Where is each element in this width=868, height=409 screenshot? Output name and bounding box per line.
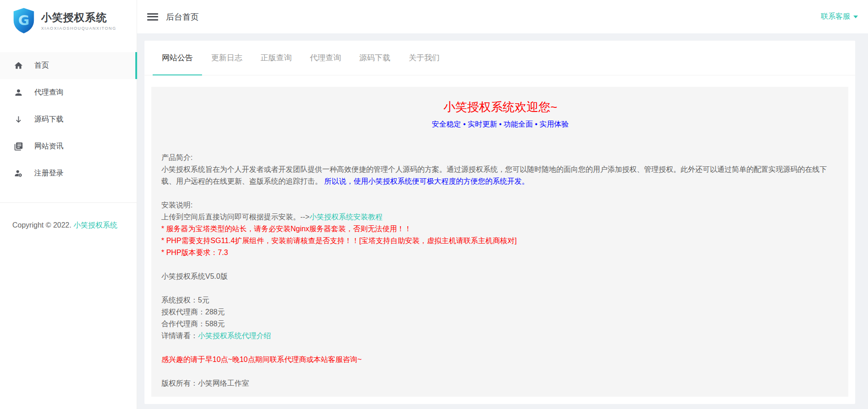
spacer bbox=[161, 282, 839, 294]
announcement-body: 产品简介: 小笑授权系统旨在为个人开发者或者开发团队提供一种高效便捷的管理个人源… bbox=[161, 152, 839, 389]
tab-update-log[interactable]: 更新日志 bbox=[202, 41, 251, 75]
notice-card: 网站公告 更新日志 正版查询 代理查询 源码下载 关于我们 小笑授权系统欢迎您~… bbox=[144, 41, 855, 404]
brand-subtitle: XIAOXIAOSHOUQUANXITONG bbox=[41, 26, 117, 31]
detail-label: 详情请看： bbox=[161, 332, 198, 340]
shield-logo-icon: G bbox=[12, 7, 36, 34]
install-tutorial-link[interactable]: 小笑授权系统安装教程 bbox=[309, 213, 383, 221]
warning-nginx: * 服务器为宝塔类型的站长，请务必安装Nginx服务器套装，否则无法使用！！ bbox=[161, 223, 839, 235]
user-gear-icon bbox=[14, 169, 23, 178]
sidebar-nav: 首页 代理查询 源码下载 网站资讯 bbox=[0, 52, 137, 187]
sidebar: G 小笑授权系统 XIAOXIAOSHOUQUANXITONG 首页 代理查询 bbox=[0, 0, 137, 409]
sidebar-item-register-login[interactable]: 注册登录 bbox=[0, 160, 137, 187]
welcome-tagline: 安全稳定 • 实时更新 • 功能全面 • 实用体验 bbox=[161, 119, 839, 130]
sidebar-item-label: 源码下载 bbox=[34, 115, 64, 124]
spacer bbox=[161, 366, 839, 377]
warning-sg11: * PHP需要支持SG11.4扩展组件，安装前请核查是否支持！！[宝塔支持自助安… bbox=[161, 235, 839, 247]
home-icon bbox=[14, 61, 23, 70]
news-icon bbox=[14, 142, 23, 151]
contact-service-label: 联系客服 bbox=[821, 12, 850, 21]
contact-service-dropdown[interactable]: 联系客服 bbox=[821, 12, 858, 21]
spacer bbox=[161, 187, 839, 199]
install-label: 安装说明: bbox=[161, 199, 839, 211]
install-instruction: 上传到空间后直接访问即可根据提示安装。-->小笑授权系统安装教程 bbox=[161, 211, 839, 223]
sidebar-item-home[interactable]: 首页 bbox=[0, 52, 137, 79]
detail-line: 详情请看：小笑授权系统代理介绍 bbox=[161, 330, 839, 342]
copyright-owner: 版权所有：小笑网络工作室 bbox=[161, 377, 839, 389]
intro-label: 产品简介: bbox=[161, 152, 839, 164]
sidebar-item-source-download[interactable]: 源码下载 bbox=[0, 106, 137, 133]
announcement-panel: 小笑授权系统欢迎您~ 安全稳定 • 实时更新 • 功能全面 • 实用体验 产品简… bbox=[151, 87, 848, 397]
price-partner: 合作代理商：588元 bbox=[161, 318, 839, 330]
intro-highlight: 所以说，使用小笑授权系统便可极大程度的方便您的系统开发。 bbox=[322, 177, 529, 185]
copyright: Copyright © 2022. 小笑授权系统 bbox=[0, 203, 137, 231]
svg-text:G: G bbox=[18, 12, 30, 28]
welcome-title: 小笑授权系统欢迎您~ bbox=[161, 99, 839, 115]
sidebar-item-label: 代理查询 bbox=[34, 88, 64, 97]
copyright-brand-link[interactable]: 小笑授权系统 bbox=[74, 221, 117, 229]
content-area: 网站公告 更新日志 正版查询 代理查询 源码下载 关于我们 小笑授权系统欢迎您~… bbox=[137, 33, 868, 409]
intro-paragraph: 小笑授权系统旨在为个人开发者或者开发团队提供一种高效便捷的管理个人源码的方案。通… bbox=[161, 164, 839, 187]
download-arrow-icon bbox=[14, 115, 23, 124]
caret-down-icon bbox=[853, 16, 858, 18]
spacer bbox=[161, 259, 839, 271]
main-area: 后台首页 联系客服 网站公告 更新日志 正版查询 代理查询 源码下载 关于我们 … bbox=[137, 0, 868, 409]
brand-logo[interactable]: G 小笑授权系统 XIAOXIAOSHOUQUANXITONG bbox=[0, 0, 137, 41]
price-system: 系统授权：5元 bbox=[161, 294, 839, 306]
menu-toggle-icon[interactable] bbox=[147, 13, 158, 21]
tab-source-download[interactable]: 源码下载 bbox=[350, 41, 399, 75]
copyright-text: Copyright © 2022. bbox=[12, 221, 74, 229]
tab-genuine-query[interactable]: 正版查询 bbox=[251, 41, 301, 75]
contact-hours-notice: 感兴趣的请于早10点~晚10点期间联系代理商或本站客服咨询~ bbox=[161, 354, 839, 366]
app-root: G 小笑授权系统 XIAOXIAOSHOUQUANXITONG 首页 代理查询 bbox=[0, 0, 868, 409]
sidebar-item-label: 首页 bbox=[34, 61, 49, 70]
warning-php-version: * PHP版本要求：7.3 bbox=[161, 247, 839, 259]
sidebar-item-site-news[interactable]: 网站资讯 bbox=[0, 133, 137, 160]
brand-title: 小笑授权系统 bbox=[41, 11, 117, 25]
spacer bbox=[161, 342, 839, 354]
topbar: 后台首页 联系客服 bbox=[137, 0, 868, 33]
topbar-title: 后台首页 bbox=[166, 11, 199, 22]
tab-about-us[interactable]: 关于我们 bbox=[399, 41, 449, 75]
sidebar-item-agent-query[interactable]: 代理查询 bbox=[0, 79, 137, 106]
tab-site-announcement[interactable]: 网站公告 bbox=[153, 41, 202, 75]
price-agent: 授权代理商：288元 bbox=[161, 306, 839, 318]
sidebar-item-label: 注册登录 bbox=[34, 169, 64, 178]
person-icon bbox=[14, 88, 23, 97]
sidebar-item-label: 网站资讯 bbox=[34, 142, 64, 151]
install-text: 上传到空间后直接访问即可根据提示安装。--> bbox=[161, 213, 309, 221]
tab-agent-query[interactable]: 代理查询 bbox=[301, 41, 350, 75]
brand-text: 小笑授权系统 XIAOXIAOSHOUQUANXITONG bbox=[41, 11, 117, 31]
tab-bar: 网站公告 更新日志 正版查询 代理查询 源码下载 关于我们 bbox=[144, 41, 855, 75]
version-text: 小笑授权系统V5.0版 bbox=[161, 271, 839, 282]
agent-intro-link[interactable]: 小笑授权系统代理介绍 bbox=[198, 332, 271, 340]
